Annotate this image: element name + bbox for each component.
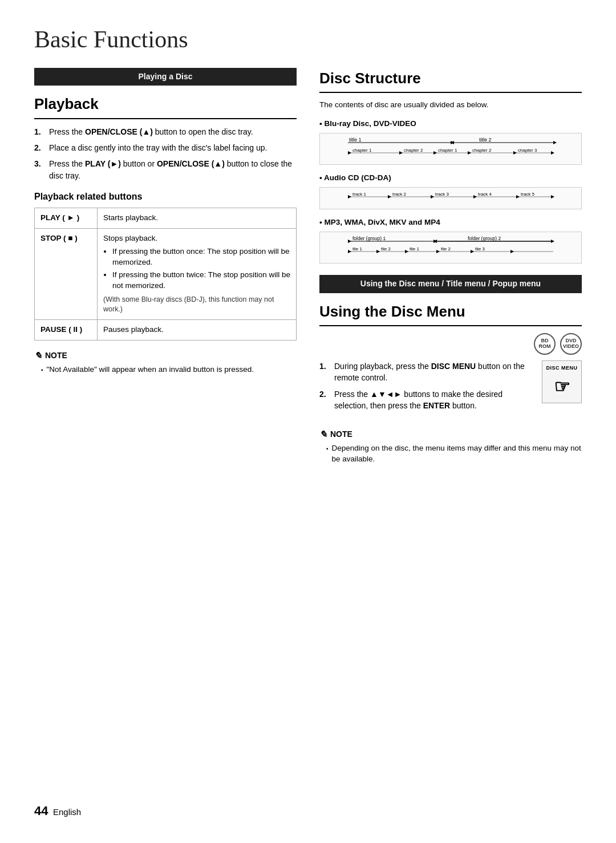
svg-marker-24 [431,195,434,198]
left-note-title: ✎ NOTE [34,350,297,362]
svg-text:track 5: track 5 [521,192,535,197]
disc-step-2: 2. Press the ▲▼◄► buttons to make the de… [319,388,533,412]
svg-marker-44 [405,250,408,253]
svg-marker-30 [551,195,554,198]
disc-type-bluray: Blu-ray Disc, DVD-VIDEO [319,119,582,129]
svg-text:title 2: title 2 [479,137,492,143]
svg-text:chapter 3: chapter 3 [518,148,537,153]
svg-marker-18 [551,151,554,155]
svg-marker-28 [516,195,520,198]
page-footer: 44 English [34,803,81,820]
table-row-pause: PAUSE ( II ) Pauses playback. [35,319,297,340]
svg-marker-48 [471,250,474,253]
svg-marker-20 [348,195,351,198]
disc-type-audiocd: Audio CD (CD-DA) [319,173,582,184]
svg-text:file 1: file 1 [410,246,419,252]
svg-marker-26 [473,195,477,198]
disc-menu-img-label: DISC MENU [546,364,577,372]
svg-text:track 4: track 4 [478,192,492,197]
disc-menu-numbered: 1. During playback, press the DISC MENU … [319,360,533,411]
svg-text:folder (group) 2: folder (group) 2 [468,236,501,241]
svg-text:file 1: file 1 [352,246,362,252]
svg-marker-46 [436,250,440,253]
right-note-list: Depending on the disc, the menu items ma… [319,443,582,465]
hand-icon: ☞ [554,374,570,400]
svg-text:file 2: file 2 [441,246,451,252]
page-number: 44 [34,804,48,818]
svg-text:chapter 1: chapter 1 [352,148,372,153]
svg-marker-8 [348,151,351,155]
right-note-item: Depending on the disc, the menu items ma… [326,443,582,465]
disc-menu-steps: 1. During playback, press the DISC MENU … [319,360,533,419]
mp3-timeline: folder (group) 1 folder (group) 2 file 1… [319,232,582,264]
table-row-play: PLAY ( ► ) Starts playback. [35,208,297,229]
svg-marker-16 [513,151,517,155]
playback-buttons-heading: Playback related buttons [34,191,297,203]
svg-marker-38 [551,240,554,243]
disc-structure-heading: Disc Structure [319,68,582,93]
playback-steps: 1. Press the OPEN/CLOSE (▲) button to op… [34,126,297,181]
step-1: 1. Press the OPEN/CLOSE (▲) button to op… [34,126,297,137]
page-language: English [53,807,81,817]
disc-type-mp3: MP3, WMA, DivX, MKV and MP4 [319,217,582,228]
svg-text:file 3: file 3 [475,246,485,252]
note-icon-right: ✎ [319,428,327,441]
audiocd-timeline: track 1 track 2 track 3 track 4 track 5 [319,187,582,209]
stop-key: STOP ( ■ ) [35,229,98,319]
disc-step-1: 1. During playback, press the DISC MENU … [319,360,533,384]
dvd-video-icon: DVDVIDEO [560,333,582,355]
disc-menu-heading: Using the Disc Menu [319,301,582,326]
playback-heading: Playback [34,94,297,119]
playing-disc-banner: Playing a Disc [34,68,297,86]
svg-text:file 2: file 2 [381,246,391,252]
table-row-stop: STOP ( ■ ) Stops playback. If pressing t… [35,229,297,319]
svg-text:chapter 2: chapter 2 [472,148,492,153]
left-note: ✎ NOTE "Not Available" will appear when … [34,350,297,375]
svg-text:chapter 2: chapter 2 [404,148,423,153]
stop-value: Stops playback. If pressing the button o… [98,229,297,319]
svg-marker-42 [376,250,380,253]
right-note-label: NOTE [330,429,352,440]
bd-rom-icon: BDROM [534,333,556,355]
svg-marker-6 [553,141,557,144]
disc-menu-banner: Using the Disc menu / Title menu / Popup… [319,275,582,293]
left-note-label: NOTE [45,350,67,362]
svg-marker-12 [433,151,437,155]
svg-text:track 3: track 3 [435,192,449,197]
page-title: Basic Functions [34,23,582,56]
svg-marker-22 [388,195,391,198]
svg-marker-10 [399,151,403,155]
right-note: ✎ NOTE Depending on the disc, the menu i… [319,428,582,465]
left-note-list: "Not Available" will appear when an inva… [34,364,297,375]
playback-table: PLAY ( ► ) Starts playback. STOP ( ■ ) S… [34,208,297,340]
disc-structure-desc: The contents of disc are usually divided… [319,100,582,111]
svg-text:track 2: track 2 [392,192,407,197]
pause-value: Pauses playback. [98,319,297,340]
svg-marker-32 [348,240,351,243]
note-icon: ✎ [34,350,42,362]
disc-menu-area: 1. During playback, press the DISC MENU … [319,360,582,419]
disc-menu-img-box: DISC MENU ☞ [542,360,582,403]
right-column: Disc Structure The contents of disc are … [319,68,582,467]
play-value: Starts playback. [98,208,297,229]
svg-marker-14 [468,151,471,155]
bluray-timeline: title 1 title 2 chapter 1 chapter 2 chap… [319,133,582,165]
disc-icons-row: BDROM DVDVIDEO [319,333,582,355]
left-column: Playing a Disc Playback 1. Press the OPE… [34,68,297,377]
svg-text:folder (group) 1: folder (group) 1 [352,236,386,241]
svg-text:chapter 1: chapter 1 [438,148,457,153]
play-key: PLAY ( ► ) [35,208,98,229]
right-note-title: ✎ NOTE [319,428,582,441]
svg-marker-40 [348,250,351,253]
pause-key: PAUSE ( II ) [35,319,98,340]
step-3: 3. Press the PLAY (►) button or OPEN/CLO… [34,158,297,181]
svg-marker-50 [510,250,514,253]
disc-menu-image: DISC MENU ☞ [542,360,582,403]
svg-text:title 1: title 1 [349,137,362,143]
step-2: 2. Place a disc gently into the tray wit… [34,142,297,153]
svg-text:track 1: track 1 [352,192,367,197]
left-note-item: "Not Available" will appear when an inva… [41,364,297,375]
